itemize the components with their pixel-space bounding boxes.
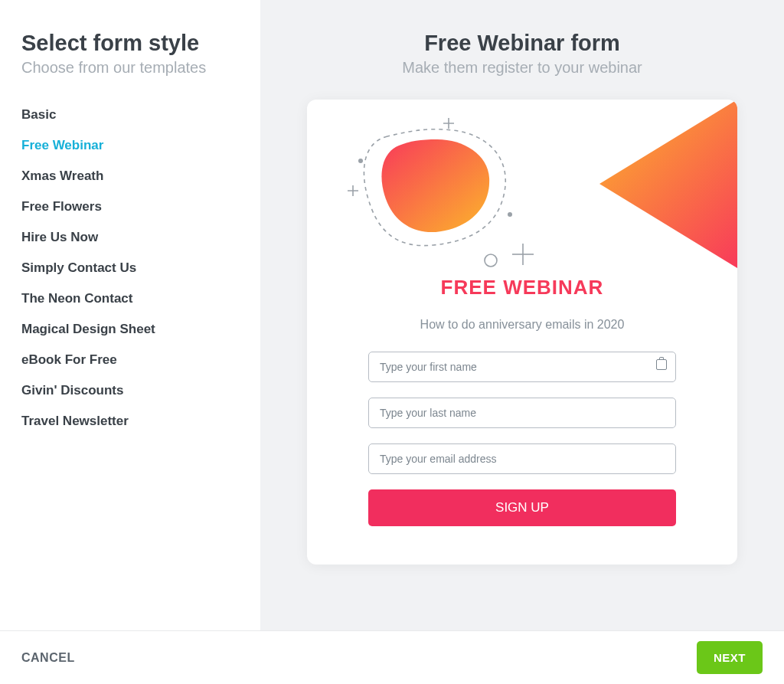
template-item-the-neon-contact[interactable]: The Neon Contact [21, 283, 239, 314]
template-list: Basic Free Webinar Xmas Wreath Free Flow… [21, 100, 239, 437]
template-sidebar: Select form style Choose from our templa… [0, 0, 260, 630]
template-item-ebook-for-free[interactable]: eBook For Free [21, 345, 239, 375]
sidebar-subtitle: Choose from our templates [21, 59, 239, 77]
first-name-input[interactable] [368, 352, 676, 382]
template-item-givin-discounts[interactable]: Givin' Discounts [21, 375, 239, 406]
template-item-xmas-wreath[interactable]: Xmas Wreath [21, 161, 239, 191]
form-description: How to do anniversary emails in 2020 [368, 318, 676, 332]
bottom-bar: CANCEL NEXT [0, 630, 784, 684]
cancel-button[interactable]: CANCEL [21, 651, 75, 665]
preview-subtitle: Make them register to your webinar [402, 59, 642, 77]
template-item-magical-design-sheet[interactable]: Magical Design Sheet [21, 314, 239, 345]
contact-card-icon [656, 359, 667, 370]
triangle-decoration-icon [599, 100, 737, 268]
last-name-input[interactable] [368, 398, 676, 428]
form-body: FREE WEBINAR How to do anniversary email… [307, 276, 737, 526]
next-button[interactable]: NEXT [697, 641, 763, 674]
signup-button[interactable]: SIGN UP [368, 489, 676, 526]
email-input[interactable] [368, 443, 676, 474]
form-heading: FREE WEBINAR [368, 276, 676, 299]
card-header [307, 100, 737, 276]
template-item-simply-contact-us[interactable]: Simply Contact Us [21, 253, 239, 283]
svg-point-2 [485, 254, 497, 267]
template-item-basic[interactable]: Basic [21, 100, 239, 130]
template-item-travel-newsletter[interactable]: Travel Newsletter [21, 406, 239, 437]
template-item-hire-us-now[interactable]: Hire Us Now [21, 222, 239, 253]
form-preview-card: FREE WEBINAR How to do anniversary email… [307, 100, 737, 565]
template-item-free-flowers[interactable]: Free Flowers [21, 191, 239, 222]
template-item-free-webinar[interactable]: Free Webinar [21, 130, 239, 161]
blob-illustration-icon [338, 115, 552, 276]
svg-point-1 [508, 212, 512, 217]
preview-area: Free Webinar form Make them register to … [260, 0, 784, 630]
preview-title: Free Webinar form [424, 31, 620, 56]
sidebar-title: Select form style [21, 31, 239, 56]
svg-point-0 [358, 159, 363, 163]
